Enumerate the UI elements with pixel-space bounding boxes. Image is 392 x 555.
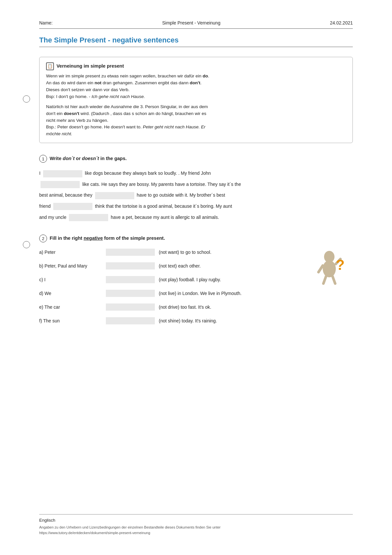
svg-line-4 xyxy=(323,276,326,284)
ex1-input-1[interactable] xyxy=(43,170,82,177)
title-divider xyxy=(39,47,353,47)
ex1-input-3[interactable] xyxy=(95,192,134,199)
exercise-1-number: 1 xyxy=(39,155,47,163)
ex1-input-5[interactable] xyxy=(69,214,108,221)
ex1-text-5b: have a pet, because my aunt is allergic … xyxy=(111,215,219,220)
ex2-input-b[interactable] xyxy=(106,262,155,269)
ex1-text-4b: think that the tortoise is a good animal… xyxy=(95,204,232,209)
ex1-text-1a: I xyxy=(39,171,41,176)
ex1-text-3a: best animal, because they xyxy=(39,192,92,198)
svg-line-2 xyxy=(318,266,323,272)
exercise-2-instruction: Fill in the right negative form of the s… xyxy=(50,235,165,242)
ex2-label-b: b) Peter, Paul and Mary xyxy=(39,263,105,269)
radio-1[interactable] xyxy=(23,95,30,105)
exercise-1-text: I like dogs because they always bark so … xyxy=(39,168,353,223)
ex1-text-2: like cats. He says they are bossy. My pa… xyxy=(82,182,241,187)
footer-copyright: Angaben zu den Urhebern und Lizenzbeding… xyxy=(39,525,353,535)
ex1-text-1b: like dogs because they always bark so lo… xyxy=(85,171,211,176)
name-label: Name: xyxy=(39,20,53,26)
exercise-1-title: 1 Write don´t or doesn´t in the gaps. xyxy=(39,155,353,163)
ex2-hint-e: (not drive) too fast. It's ok. xyxy=(159,304,353,311)
svg-text:?: ? xyxy=(336,257,345,273)
info-para1: Wenn wir im simple present zu etwas nein… xyxy=(46,73,346,100)
date: 24.02.2021 xyxy=(330,20,353,26)
ex2-label-c: c) I xyxy=(39,276,105,283)
ex2-row-c: c) I (not play) football. I play rugby. xyxy=(39,275,353,284)
info-box-header: 📋 Verneinung im simple present xyxy=(46,62,346,70)
page: Name: Simple Present - Verneinung 24.02.… xyxy=(0,0,392,555)
ex1-text-3b: have to go outside with it. My brother´s… xyxy=(137,192,225,198)
question-figure: ? xyxy=(317,251,346,287)
radio-2[interactable] xyxy=(23,241,30,250)
ex2-row-e: e) The car (not drive) too fast. It's ok… xyxy=(39,302,353,312)
ex1-input-4[interactable] xyxy=(53,203,92,210)
ex2-label-d: d) We xyxy=(39,290,105,297)
ex1-input-2[interactable] xyxy=(41,181,80,188)
exercise-2-title: 2 Fill in the right negative form of the… xyxy=(39,235,353,242)
info-box: 📋 Verneinung im simple present Wenn wir … xyxy=(39,57,353,143)
ex2-hint-f: (not shine) today. It's raining. xyxy=(159,318,353,324)
ex2-input-d[interactable] xyxy=(106,290,155,297)
ex2-label-f: f) The sun xyxy=(39,318,105,324)
svg-point-1 xyxy=(323,260,336,277)
page-title: The Simple Present - negative sentences xyxy=(39,35,353,45)
ex2-input-c[interactable] xyxy=(106,276,155,283)
exercise-2-rows: a) Peter (not want) to go to school. b) … xyxy=(39,248,353,325)
info-icon: 📋 xyxy=(46,62,54,70)
header-divider xyxy=(39,28,353,29)
ex2-row-d: d) We (not live) in London. We live in P… xyxy=(39,289,353,298)
ex2-hint-d: (not live) in London. We live in Plymout… xyxy=(159,290,353,297)
worksheet-title: Simple Present - Verneinung xyxy=(162,20,220,26)
ex2-input-e[interactable] xyxy=(106,303,155,311)
ex2-row-f: f) The sun (not shine) today. It's raini… xyxy=(39,316,353,325)
ex2-input-a[interactable] xyxy=(106,249,155,256)
footer: Englisch Angaben zu den Urhebern und Liz… xyxy=(39,514,353,536)
footer-subject: Englisch xyxy=(39,517,353,524)
ex2-row-a: a) Peter (not want) to go to school. xyxy=(39,248,353,257)
svg-line-5 xyxy=(333,276,335,284)
ex2-input-f[interactable] xyxy=(106,317,155,324)
exercise-2: 2 Fill in the right negative form of the… xyxy=(39,235,353,325)
ex2-label-a: a) Peter xyxy=(39,249,105,256)
info-box-heading: Verneinung im simple present xyxy=(57,63,124,70)
ex2-label-e: e) The car xyxy=(39,304,105,311)
exercise-1: 1 Write don´t or doesn´t in the gaps. I … xyxy=(39,155,353,223)
ex1-text-4a: friend xyxy=(39,204,51,209)
ex2-row-b: b) Peter, Paul and Mary (not text) each … xyxy=(39,261,353,270)
info-para2: Natürlich ist hier auch wieder die Ausna… xyxy=(46,104,346,138)
ex1-text-5a: and my uncle xyxy=(39,215,66,220)
header: Name: Simple Present - Verneinung 24.02.… xyxy=(39,20,353,26)
footer-divider xyxy=(39,514,353,514)
exercise-2-number: 2 xyxy=(39,235,47,242)
exercise-1-instruction: Write don´t or doesn´t in the gaps. xyxy=(50,155,127,162)
